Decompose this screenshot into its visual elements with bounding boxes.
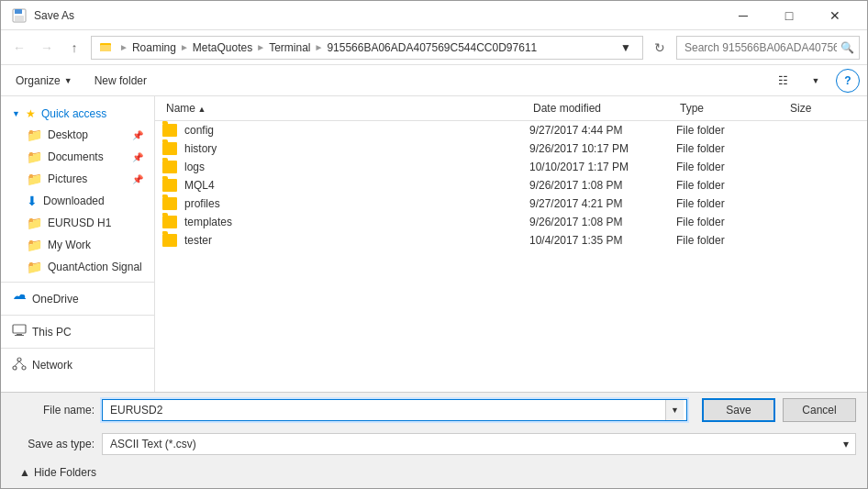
breadcrumb-item-1[interactable]	[99, 40, 116, 54]
documents-folder-icon: 📁	[27, 150, 42, 164]
saveas-row: Save as type: ASCII Text (*.csv)	[12, 433, 856, 455]
file-name-label: tester	[184, 234, 212, 247]
file-name-cell: history	[162, 142, 529, 155]
sidebar-section-network: Network	[1, 352, 154, 377]
breadcrumb-dropdown[interactable]: ▼	[617, 41, 635, 54]
file-type-cell: File folder	[676, 234, 786, 247]
help-button[interactable]: ?	[836, 69, 860, 93]
bottom-fields: File name: ▼ Save Cancel Save as type: A…	[12, 398, 856, 455]
table-row[interactable]: logs 10/10/2017 1:17 PM File folder	[155, 158, 867, 176]
new-folder-button[interactable]: New folder	[87, 69, 154, 93]
titlebar-title: Save As	[34, 9, 74, 22]
filename-input[interactable]	[102, 399, 687, 421]
sidebar-item-onedrive[interactable]: OneDrive	[1, 286, 154, 311]
saveas-select[interactable]: ASCII Text (*.csv)	[102, 433, 856, 455]
folder-icon	[162, 216, 177, 228]
sidebar-item-quantaction[interactable]: 📁 QuantAction Signal	[1, 256, 154, 278]
svg-point-9	[13, 366, 17, 370]
file-area: Name Date modified Type Size config 9/27…	[155, 96, 867, 392]
onedrive-icon	[12, 290, 27, 307]
file-name-cell: tester	[162, 234, 529, 247]
hide-folders-label: Hide Folders	[34, 466, 96, 479]
sidebar-divider-3	[1, 348, 154, 349]
sidebar-item-documents[interactable]: 📁 Documents 📌	[1, 146, 154, 168]
breadcrumb-roaming[interactable]: Roaming	[132, 41, 176, 54]
column-type[interactable]: Type	[676, 100, 786, 117]
save-as-dialog: Save As ─ □ ✕ ← → ↑ ► Roaming ► MetaQuot…	[0, 0, 868, 489]
hide-folders-button[interactable]: ▲ Hide Folders	[12, 462, 104, 483]
folder-icon	[162, 234, 177, 247]
sidebar-item-mywork[interactable]: 📁 My Work	[1, 234, 154, 256]
up-button[interactable]: ↑	[63, 37, 85, 59]
view-dropdown-button[interactable]: ▼	[803, 69, 829, 93]
pin-icon-desktop: 📌	[132, 130, 143, 140]
sidebar-item-pictures-label: Pictures	[48, 172, 87, 185]
table-row[interactable]: tester 10/4/2017 1:35 PM File folder	[155, 231, 867, 250]
organize-arrow-icon: ▼	[64, 76, 72, 85]
breadcrumb-metaquotes[interactable]: MetaQuotes	[193, 41, 252, 54]
breadcrumb-guid[interactable]: 915566BA06ADA407569C544CC0D97611	[327, 41, 537, 54]
folder-icon	[162, 124, 177, 137]
file-name-label: templates	[184, 216, 232, 228]
sidebar-item-network[interactable]: Network	[1, 352, 154, 377]
save-button[interactable]: Save	[702, 398, 775, 422]
column-name[interactable]: Name	[162, 100, 529, 117]
titlebar-left: Save As	[12, 8, 74, 23]
svg-rect-5	[13, 325, 26, 333]
search-wrapper: 🔍	[676, 36, 860, 60]
sidebar-item-eurusd-label: EURUSD H1	[48, 217, 111, 229]
sidebar: ▼ ★ Quick access 📁 Desktop 📌 📁 Documents…	[1, 96, 155, 392]
sidebar-item-downloaded[interactable]: ⬇ Downloaded	[1, 190, 154, 212]
file-date-cell: 9/26/2017 1:08 PM	[529, 179, 676, 192]
column-size[interactable]: Size	[786, 100, 860, 117]
sidebar-item-desktop[interactable]: 📁 Desktop 📌	[1, 124, 154, 146]
saveas-label: Save as type:	[12, 438, 95, 450]
sidebar-item-pictures[interactable]: 📁 Pictures 📌	[1, 168, 154, 190]
table-row[interactable]: MQL4 9/26/2017 1:08 PM File folder	[155, 176, 867, 194]
forward-button[interactable]: →	[36, 37, 58, 59]
close-button[interactable]: ✕	[814, 4, 856, 28]
mywork-folder-icon: 📁	[27, 238, 42, 252]
minimize-button[interactable]: ─	[722, 4, 764, 28]
svg-rect-4	[100, 45, 111, 51]
search-input[interactable]	[676, 36, 860, 60]
sidebar-item-eurusd[interactable]: 📁 EURUSD H1	[1, 212, 154, 234]
file-date-cell: 9/27/2017 4:44 PM	[529, 124, 676, 137]
view-options-button[interactable]: ☷	[770, 69, 796, 93]
folder-icon	[162, 142, 177, 155]
cancel-button[interactable]: Cancel	[783, 398, 856, 422]
table-row[interactable]: profiles 9/27/2017 4:21 PM File folder	[155, 194, 867, 213]
table-row[interactable]: templates 9/26/2017 1:08 PM File folder	[155, 213, 867, 231]
breadcrumb-terminal[interactable]: Terminal	[269, 41, 310, 54]
pictures-folder-icon: 📁	[27, 172, 42, 186]
sidebar-item-mywork-label: My Work	[48, 239, 91, 251]
sidebar-item-documents-label: Documents	[48, 150, 104, 163]
download-folder-icon: ⬇	[27, 194, 38, 208]
file-name-cell: logs	[162, 161, 529, 173]
back-button[interactable]: ←	[8, 37, 30, 59]
table-row[interactable]: history 9/26/2017 10:17 PM File folder	[155, 139, 867, 158]
breadcrumb-sep-3: ►	[256, 42, 265, 52]
maximize-button[interactable]: □	[768, 4, 810, 28]
file-name-cell: templates	[162, 216, 529, 228]
column-date[interactable]: Date modified	[529, 100, 676, 117]
file-list-header: Name Date modified Type Size	[155, 96, 867, 121]
file-date-cell: 10/10/2017 1:17 PM	[529, 161, 676, 173]
filename-dropdown-button[interactable]: ▼	[665, 400, 684, 420]
folder-icon	[162, 197, 177, 210]
pin-icon-documents: 📌	[132, 152, 143, 162]
file-type-cell: File folder	[676, 179, 786, 192]
file-name-cell: MQL4	[162, 179, 529, 192]
new-folder-label: New folder	[95, 74, 147, 87]
table-row[interactable]: config 9/27/2017 4:44 PM File folder	[155, 121, 867, 139]
file-name-label: MQL4	[184, 179, 215, 192]
organize-button[interactable]: Organize ▼	[8, 69, 80, 93]
breadcrumb-bar[interactable]: ► Roaming ► MetaQuotes ► Terminal ► 9155…	[91, 36, 643, 60]
file-type-cell: File folder	[676, 161, 786, 173]
refresh-button[interactable]: ↻	[649, 37, 671, 59]
sidebar-item-thispc[interactable]: This PC	[1, 319, 154, 344]
svg-rect-7	[15, 335, 24, 336]
file-type-cell: File folder	[676, 197, 786, 210]
sidebar-quick-access-header[interactable]: ▼ ★ Quick access	[1, 104, 154, 124]
filename-row: File name: ▼ Save Cancel	[12, 398, 856, 422]
